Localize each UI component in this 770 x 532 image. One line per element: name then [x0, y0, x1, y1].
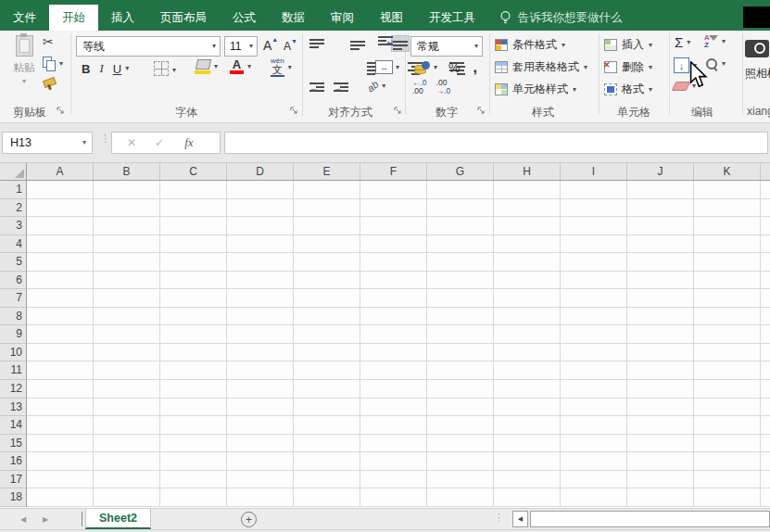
cell-E1[interactable]: [294, 181, 360, 199]
fill-color-button[interactable]: [195, 59, 210, 74]
cell-J7[interactable]: [627, 289, 694, 308]
cell-I1[interactable]: [561, 181, 627, 199]
cell-C13[interactable]: [160, 399, 227, 417]
cell-B12[interactable]: [94, 380, 160, 399]
cancel-button[interactable]: ✕: [127, 136, 136, 149]
cell-G8[interactable]: [427, 308, 494, 326]
cell-J11[interactable]: [627, 361, 694, 380]
cell-A7[interactable]: [27, 289, 94, 308]
cell-F12[interactable]: [360, 380, 427, 399]
align-top-button[interactable]: [309, 39, 325, 52]
cell-B16[interactable]: [94, 452, 160, 471]
cell-K13[interactable]: [694, 399, 761, 417]
cell-B8[interactable]: [94, 308, 160, 326]
cell-D9[interactable]: [227, 325, 294, 344]
cell-A6[interactable]: [27, 272, 94, 290]
cell-D6[interactable]: [227, 272, 294, 290]
select-all-button[interactable]: [0, 163, 27, 180]
column-header-F[interactable]: F: [360, 163, 427, 180]
menu-tab-5[interactable]: 公式: [220, 5, 269, 31]
cell-H5[interactable]: [494, 253, 561, 272]
cell-F3[interactable]: [360, 217, 427, 235]
cell-F4[interactable]: [360, 235, 427, 254]
cell-D16[interactable]: [227, 452, 294, 471]
cell-C16[interactable]: [160, 452, 227, 471]
cell-J2[interactable]: [627, 199, 694, 218]
menu-tab-2[interactable]: 开始: [49, 5, 98, 31]
cell-C1[interactable]: [160, 181, 227, 199]
sort-filter-button[interactable]: A Z ▾: [704, 34, 726, 49]
copy-button[interactable]: ▾: [43, 57, 63, 70]
cell-G3[interactable]: [427, 217, 494, 235]
enter-button[interactable]: ✓: [155, 136, 164, 149]
menu-tab-8[interactable]: 视图: [367, 5, 416, 31]
cell-C12[interactable]: [160, 380, 227, 399]
row-header-10[interactable]: 10: [0, 344, 27, 362]
cell-G7[interactable]: [427, 289, 494, 308]
cell-J16[interactable]: [627, 452, 694, 471]
cell-E14[interactable]: [294, 416, 360, 435]
wrap-text-button[interactable]: ↵: [378, 36, 394, 52]
cell-C18[interactable]: [160, 488, 227, 507]
cell-J6[interactable]: [627, 272, 694, 290]
cell-B1[interactable]: [94, 181, 160, 199]
cell-H14[interactable]: [494, 416, 561, 435]
cell-K18[interactable]: [694, 488, 761, 507]
cell-E15[interactable]: [294, 435, 360, 453]
cell-A16[interactable]: [27, 452, 94, 471]
format-cells-button[interactable]: 格式 ▾: [604, 82, 652, 97]
cell-A13[interactable]: [27, 399, 94, 417]
row-header-15[interactable]: 15: [0, 435, 27, 453]
cell-D18[interactable]: [227, 488, 294, 507]
cell-A14[interactable]: [27, 416, 94, 435]
cell-A8[interactable]: [27, 308, 94, 326]
cell-D4[interactable]: [227, 235, 294, 254]
cell-B18[interactable]: [94, 488, 160, 507]
cell-H10[interactable]: [494, 344, 561, 362]
cell-K12[interactable]: [694, 380, 761, 399]
cell-C15[interactable]: [160, 435, 227, 453]
cell-G4[interactable]: [427, 235, 494, 254]
cell-H6[interactable]: [494, 272, 561, 290]
cell-D12[interactable]: [227, 380, 294, 399]
cell-C8[interactable]: [160, 308, 227, 326]
cell-E10[interactable]: [294, 344, 360, 362]
cell-B10[interactable]: [94, 344, 160, 362]
cell-K9[interactable]: [694, 325, 761, 344]
cell-H13[interactable]: [494, 399, 561, 417]
cell-D14[interactable]: [227, 416, 294, 435]
cell-I5[interactable]: [561, 253, 627, 272]
cell-A3[interactable]: [27, 217, 94, 235]
scrollbar-thumb[interactable]: [530, 511, 770, 527]
cell-B5[interactable]: [94, 253, 160, 272]
cell-B6[interactable]: [94, 272, 160, 290]
conditional-formatting-button[interactable]: 条件格式 ▾: [495, 37, 565, 53]
phonetic-guide-button[interactable]: wén 文: [271, 57, 284, 77]
cell-J14[interactable]: [627, 416, 694, 435]
cell-I10[interactable]: [561, 344, 627, 362]
cell-B17[interactable]: [94, 471, 160, 489]
cell-B15[interactable]: [94, 435, 160, 453]
bold-button[interactable]: B: [82, 62, 90, 76]
decrease-decimal-button[interactable]: .00 →.0: [436, 79, 451, 95]
cell-H12[interactable]: [494, 380, 561, 399]
cell-G15[interactable]: [427, 435, 494, 453]
cell-J10[interactable]: [627, 344, 694, 362]
cell-A4[interactable]: [27, 235, 94, 254]
cell-A1[interactable]: [27, 181, 94, 199]
alignment-dialog-launcher[interactable]: [393, 106, 402, 115]
shrink-font-button[interactable]: A▼: [284, 38, 297, 53]
cell-E4[interactable]: [294, 235, 360, 254]
cell-J8[interactable]: [627, 308, 694, 326]
tabbar-splitter[interactable]: ⋮: [494, 512, 502, 524]
column-header-G[interactable]: G: [427, 163, 494, 180]
cell-H11[interactable]: [494, 361, 561, 380]
cell-D2[interactable]: [227, 199, 294, 218]
cell-I17[interactable]: [561, 471, 627, 489]
cell-C6[interactable]: [160, 272, 227, 290]
cell-D13[interactable]: [227, 399, 294, 417]
cell-E3[interactable]: [294, 217, 360, 235]
cell-B11[interactable]: [94, 361, 160, 380]
cell-E9[interactable]: [294, 325, 360, 344]
cell-K10[interactable]: [694, 344, 761, 362]
